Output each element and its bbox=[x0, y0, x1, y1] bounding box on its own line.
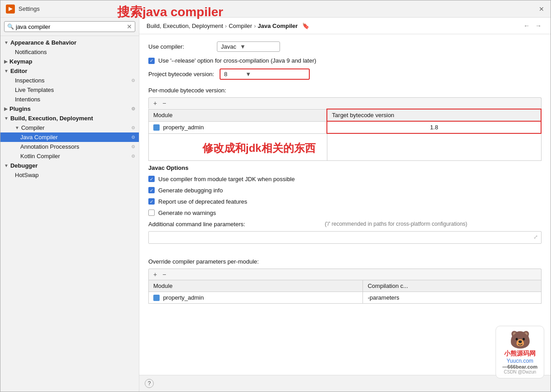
bookmark-icon: 🔖 bbox=[302, 23, 309, 29]
bytecode-select-arrow-icon: ▼ bbox=[245, 71, 251, 77]
override-label: Override compiler parameters per-module: bbox=[148, 258, 542, 265]
sidebar-item-appearance[interactable]: ▼ Appearance & Behavior bbox=[0, 38, 139, 47]
sidebar-item-debugger[interactable]: ▼ Debugger bbox=[0, 161, 139, 170]
sidebar-item-java-compiler[interactable]: Java Compiler ⚙ bbox=[0, 132, 139, 142]
sidebar-item-intentions[interactable]: Intentions bbox=[0, 95, 139, 104]
sidebar-item-inspections[interactable]: Inspections ⚙ bbox=[0, 76, 139, 85]
expand-icon: ▼ bbox=[4, 40, 9, 45]
use-compiler-label: Use compiler: bbox=[148, 43, 211, 50]
javac-check2-label: Generate debugging info bbox=[158, 187, 223, 194]
sidebar-item-hotswap[interactable]: HotSwap bbox=[0, 170, 139, 180]
cmd-params-input[interactable] bbox=[148, 231, 542, 244]
module-cell: property_admin bbox=[149, 121, 327, 133]
javac-check1-checkbox[interactable] bbox=[148, 176, 155, 182]
help-button[interactable]: ? bbox=[145, 379, 154, 388]
sidebar-item-plugins[interactable]: ▶ Plugins ⚙ bbox=[0, 104, 139, 114]
cmd-params-section: Additional command line parameters: ('/'… bbox=[148, 221, 542, 251]
breadcrumb: Build, Execution, Deployment › Compiler … bbox=[147, 23, 309, 29]
javac-check3-checkbox[interactable] bbox=[148, 198, 155, 205]
breadcrumb-sep: › bbox=[225, 23, 227, 29]
compiler-select-value: Javac bbox=[221, 43, 236, 50]
panel-content: Use compiler: Javac ▼ Use '--release' op… bbox=[139, 34, 551, 375]
sidebar-item-live-templates[interactable]: Live Templates bbox=[0, 85, 139, 95]
select-arrow-icon: ▼ bbox=[240, 43, 246, 50]
expand-icon: ▶ bbox=[4, 106, 8, 111]
cmd-params-hint: ('/' recommended in paths for cross-plat… bbox=[251, 221, 542, 227]
right-panel: Build, Execution, Deployment › Compiler … bbox=[139, 18, 551, 392]
bytecode-row: Project bytecode version: 8 ▼ bbox=[148, 68, 542, 80]
search-wrapper: 🔍 ✕ bbox=[4, 21, 135, 32]
sidebar-item-compiler[interactable]: ▼ Compiler ⚙ bbox=[0, 123, 139, 132]
module-table-toolbar: + − bbox=[148, 97, 542, 109]
sidebar-item-build[interactable]: ▼ Build, Execution, Deployment bbox=[0, 114, 139, 123]
close-button[interactable]: ✕ bbox=[538, 5, 545, 13]
javac-check2-row: Generate debugging info bbox=[148, 187, 542, 194]
app-icon: ▶ bbox=[6, 5, 15, 14]
remove-override-button[interactable]: − bbox=[161, 270, 168, 278]
cross-compile-row: Use '--release' option for cross-compila… bbox=[148, 57, 542, 64]
javac-check2-checkbox[interactable] bbox=[148, 187, 155, 193]
bytecode-version-select[interactable]: 8 ▼ bbox=[220, 68, 310, 80]
add-module-button[interactable]: + bbox=[152, 99, 159, 107]
override-table: Module Compilation c... property_admin -… bbox=[148, 280, 542, 304]
override-module-cell: property_admin bbox=[149, 292, 363, 304]
search-box: 🔍 ✕ bbox=[0, 18, 139, 36]
per-module-label: Per-module bytecode version: bbox=[148, 87, 542, 94]
cross-compile-checkbox[interactable] bbox=[148, 58, 155, 64]
clear-icon[interactable]: ✕ bbox=[127, 23, 132, 30]
sidebar-item-label: Inspections bbox=[15, 77, 45, 84]
javac-check4-checkbox[interactable] bbox=[148, 210, 155, 216]
target-cell: 1.8 bbox=[327, 121, 541, 133]
sidebar-item-label: Compiler bbox=[21, 124, 45, 131]
override-col2-header: Compilation c... bbox=[363, 280, 542, 292]
bytecode-version-label: Project bytecode version: bbox=[148, 71, 214, 77]
sidebar-item-label: Intentions bbox=[15, 96, 40, 103]
compiler-select[interactable]: Javac ▼ bbox=[217, 41, 280, 52]
expand-icon: ▼ bbox=[4, 116, 9, 121]
remove-module-button[interactable]: − bbox=[161, 99, 168, 107]
override-table-toolbar: + − bbox=[148, 269, 542, 280]
bottom-bar: ? bbox=[139, 375, 551, 392]
sidebar-item-annotation-processors[interactable]: Annotation Processors ⚙ bbox=[0, 142, 139, 151]
cross-compile-label: Use '--release' option for cross-compila… bbox=[158, 57, 316, 64]
sidebar-item-label: Plugins bbox=[9, 105, 31, 112]
sidebar-item-label: Editor bbox=[10, 68, 28, 74]
sidebar-item-label: Appearance & Behavior bbox=[10, 39, 77, 46]
search-input[interactable] bbox=[16, 23, 125, 30]
breadcrumb-item-1: Build, Execution, Deployment bbox=[147, 23, 223, 29]
titlebar-left: ▶ Settings bbox=[6, 5, 40, 14]
sidebar-item-kotlin-compiler[interactable]: Kotlin Compiler ⚙ bbox=[0, 151, 139, 161]
override-params-cell: -parameters bbox=[363, 292, 542, 304]
main-content: 🔍 ✕ ▼ Appearance & Behavior Notification… bbox=[0, 18, 551, 392]
settings-window: ▶ Settings ✕ 🔍 ✕ ▼ A bbox=[0, 0, 551, 392]
sidebar-tree: ▼ Appearance & Behavior Notifications ▶ … bbox=[0, 36, 139, 392]
expand-icon: ▼ bbox=[4, 163, 9, 168]
module-icon bbox=[153, 124, 160, 131]
settings-icon: ⚙ bbox=[131, 125, 135, 130]
nav-back-button[interactable]: ← bbox=[522, 21, 532, 30]
sidebar-item-editor[interactable]: ▼ Editor bbox=[0, 66, 139, 76]
add-override-button[interactable]: + bbox=[152, 270, 159, 278]
bytecode-version-value: 8 bbox=[224, 71, 227, 77]
sidebar-item-label: Live Templates bbox=[15, 87, 54, 93]
settings-icon: ⚙ bbox=[131, 144, 135, 149]
module-col-header: Module bbox=[149, 109, 327, 121]
sidebar-item-label: Debugger bbox=[10, 162, 38, 169]
sidebar-item-label: Keymap bbox=[9, 58, 32, 65]
sidebar-item-label: HotSwap bbox=[15, 172, 39, 178]
params-row: Additional command line parameters: ('/'… bbox=[148, 221, 542, 228]
module-icon bbox=[153, 295, 160, 301]
cmd-params-label: Additional command line parameters: bbox=[148, 221, 245, 228]
expand-icon: ▼ bbox=[15, 125, 19, 130]
titlebar: ▶ Settings ✕ bbox=[0, 0, 551, 18]
javac-check3-row: Report use of deprecated features bbox=[148, 198, 542, 205]
settings-icon: ⚙ bbox=[131, 135, 135, 140]
javac-options-label: Javac Options bbox=[148, 164, 542, 171]
nav-forward-button[interactable]: → bbox=[533, 21, 543, 30]
override-col1-header: Module bbox=[149, 280, 363, 292]
table-row: property_admin 1.8 bbox=[149, 121, 542, 133]
sidebar-item-notifications[interactable]: Notifications bbox=[0, 47, 139, 57]
breadcrumb-item-2: Compiler bbox=[229, 23, 252, 29]
sidebar-item-keymap[interactable]: ▶ Keymap bbox=[0, 57, 139, 66]
search-icon: 🔍 bbox=[7, 23, 14, 30]
